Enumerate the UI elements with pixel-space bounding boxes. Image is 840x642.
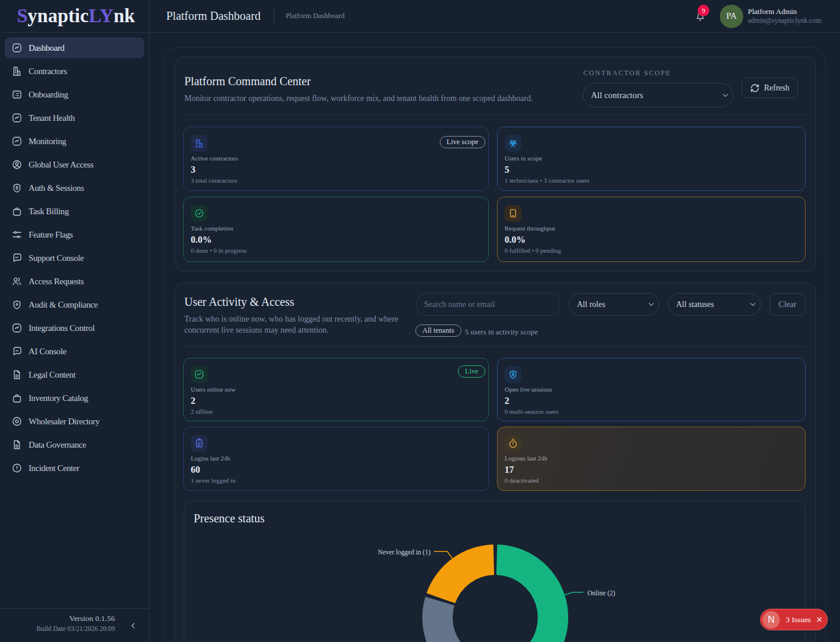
svg-text:Online (2): Online (2) [587,589,615,597]
svg-text:Never logged in (1): Never logged in (1) [378,549,431,556]
